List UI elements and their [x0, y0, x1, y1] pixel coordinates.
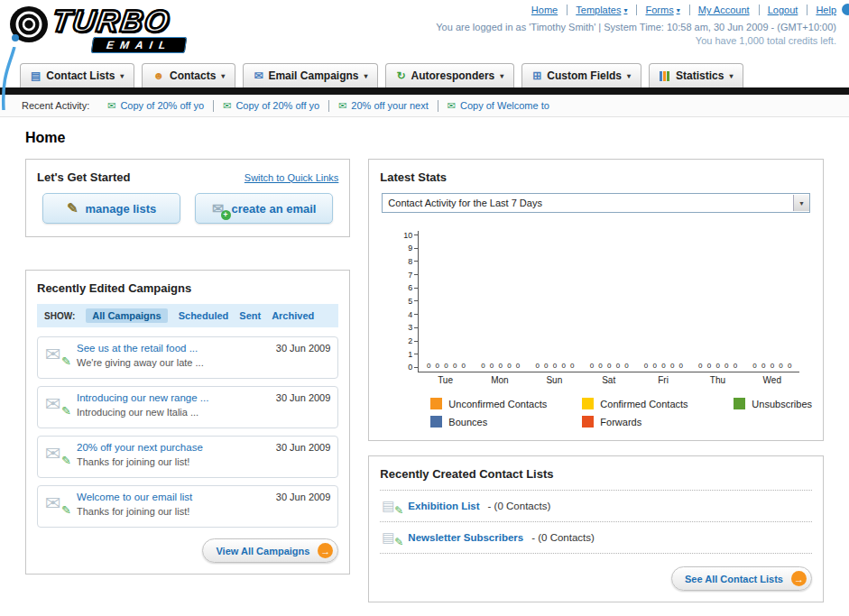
recent-activity-item[interactable]: ✉ Copy of 20% off yo: [98, 100, 214, 112]
app-window: TURBO EMAIL Home Templates▾ Forms▾ My Ac…: [0, 0, 849, 616]
header-link-label: Forms: [645, 5, 673, 15]
recent-activity-item-label: 20% off your next: [351, 100, 428, 111]
header-link-templates[interactable]: Templates▾: [567, 5, 627, 15]
caret-down-icon: ▾: [364, 72, 367, 80]
corner-dot-decoration: [842, 4, 849, 15]
show-label: SHOW:: [44, 311, 75, 321]
recent-contact-lists-panel: Recently Created Contact Lists ▤✎ Exhibi…: [368, 455, 824, 602]
bar-value-labels: 0 0 0 0 0: [582, 362, 636, 370]
create-email-button[interactable]: ✉+ create an email: [195, 193, 333, 224]
y-axis-tick: 4: [403, 310, 418, 318]
legend-label: Bounces: [448, 417, 487, 428]
recent-activity-item-label: Copy of Welcome to: [460, 100, 549, 111]
contact-lists-panel-title: Recently Created Contact Lists: [380, 467, 812, 481]
list-card-icon: ▤: [382, 529, 394, 545]
pencil-icon: ✎: [61, 454, 71, 467]
header-link-home[interactable]: Home: [531, 5, 558, 15]
main-navigation: ▤ Contact Lists ▾ ☻ Contacts ▾ ✉ Email C…: [0, 60, 849, 87]
chart-value-labels: 0 0 0 0 00 0 0 0 00 0 0 0 00 0 0 0 00 0 …: [419, 362, 799, 370]
bar-value-labels: 0 0 0 0 0: [636, 362, 690, 370]
header-link-logout[interactable]: Logout: [759, 5, 798, 15]
header-links: Home Templates▾ Forms▾ My Account Logout…: [436, 5, 836, 15]
recent-activity-item[interactable]: ✉ 20% off your next: [329, 100, 438, 112]
caret-down-icon: ▾: [677, 6, 680, 14]
campaign-subtitle: Introducing our new Italia ...: [77, 407, 268, 418]
filter-scheduled[interactable]: Scheduled: [179, 310, 229, 321]
header-link-forms[interactable]: Forms▾: [636, 5, 679, 15]
stats-period-value: Contact Activity for the Last 7 Days: [388, 198, 542, 208]
header-link-label: My Account: [698, 5, 750, 15]
envelope-icon: ✉: [223, 100, 231, 112]
chart-y-axis: 109876543210: [403, 231, 418, 372]
email-campaigns-icon: ✉: [254, 70, 263, 81]
nav-tab-custom-fields[interactable]: ⊞ Custom Fields ▾: [521, 63, 641, 87]
nav-tab-contact-lists[interactable]: ▤ Contact Lists ▾: [20, 63, 134, 87]
recent-activity-item[interactable]: ✉ Copy of Welcome to: [438, 100, 558, 112]
nav-tab-statistics[interactable]: Statistics ▾: [649, 63, 743, 87]
view-all-campaigns-label: View All Campaigns: [216, 546, 309, 556]
nav-tab-label: Contacts: [170, 69, 216, 82]
filter-all-campaigns[interactable]: All Campaigns: [86, 308, 167, 323]
header-right: Home Templates▾ Forms▾ My Account Logout…: [436, 5, 836, 46]
contacts-icon: ☻: [152, 70, 164, 81]
envelope-plus-icon: ✉+: [212, 200, 224, 217]
contact-lists: ▤✎ Exhibition List - (0 Contacts) ▤✎ New…: [380, 490, 812, 554]
arrow-right-icon: →: [791, 571, 807, 586]
campaign-filter-bar: SHOW: All Campaigns Scheduled Sent Archi…: [37, 304, 338, 327]
header-link-help[interactable]: Help: [807, 5, 836, 15]
y-axis-tick: 10: [403, 231, 418, 239]
campaign-subtitle: Thanks for joining our list!: [77, 456, 268, 467]
legend-item: Confirmed Contacts: [582, 398, 734, 409]
legend-item: Bounces: [430, 416, 582, 428]
turbo-email-logo: TURBO EMAIL: [9, 5, 186, 53]
campaign-row: ✉✎ 20% off your next purchase Thanks for…: [37, 436, 338, 478]
contact-list-name-link[interactable]: Exhibition List: [408, 501, 479, 511]
caret-down-icon: ▾: [221, 72, 225, 80]
select-arrow-icon: ▼: [793, 195, 809, 211]
nav-tab-autoresponders[interactable]: ↻ Autoresponders ▾: [385, 63, 514, 87]
campaign-title-link[interactable]: See us at the retail food ...: [77, 343, 268, 354]
header-link-my-account[interactable]: My Account: [689, 5, 750, 15]
envelope-icon: ✉: [45, 443, 61, 464]
switch-to-quick-links[interactable]: Switch to Quick Links: [245, 172, 339, 183]
autoresponders-icon: ↻: [396, 70, 405, 81]
bar-value-labels: 0 0 0 0 0: [474, 362, 528, 370]
campaign-title-link[interactable]: Welcome to our email list: [77, 492, 268, 502]
right-column: Latest Stats Contact Activity for the La…: [368, 159, 824, 602]
y-axis-tick: 0: [403, 363, 418, 372]
y-axis-tick: 8: [403, 257, 418, 265]
campaign-title-link[interactable]: Introducing our new range ...: [77, 392, 268, 403]
logo-text-turbo: TURBO: [51, 5, 189, 36]
pencil-icon: ✎: [67, 200, 78, 216]
y-axis-tick: 6: [403, 284, 418, 292]
view-all-campaigns-button[interactable]: View All Campaigns →: [202, 538, 338, 563]
x-axis-label: Thu: [690, 375, 744, 385]
y-axis-tick: 3: [403, 324, 418, 332]
filter-sent[interactable]: Sent: [239, 310, 261, 321]
campaign-row: ✉✎ Introducing our new range ... Introdu…: [37, 386, 338, 428]
nav-tab-email-campaigns[interactable]: ✉ Email Campaigns ▾: [243, 63, 378, 87]
legend-label: Forwards: [600, 417, 641, 428]
filter-archived[interactable]: Archived: [272, 310, 314, 321]
contact-list-name-link[interactable]: Newsletter Subscribers: [408, 532, 523, 543]
create-email-label: create an email: [232, 202, 317, 216]
envelope-icon: ✉: [338, 100, 346, 112]
nav-tab-contacts[interactable]: ☻ Contacts ▾: [142, 63, 235, 87]
nav-tab-label: Statistics: [676, 69, 724, 82]
legend-swatch: [582, 398, 594, 409]
nav-tab-label: Contact Lists: [46, 69, 115, 82]
x-axis-label: Sat: [582, 375, 636, 385]
pencil-icon: ✎: [61, 404, 71, 418]
logo-cable-decoration: [0, 47, 22, 112]
x-axis-label: Sun: [527, 375, 581, 385]
see-all-contact-lists-button[interactable]: See All Contact Lists →: [671, 566, 812, 591]
manage-lists-button[interactable]: ✎ manage lists: [42, 193, 180, 224]
envelope-icon: ✉: [45, 393, 61, 414]
stats-period-select[interactable]: Contact Activity for the Last 7 Days ▼: [382, 193, 810, 213]
recent-activity-item[interactable]: ✉ Copy of 20% off yo: [214, 100, 329, 112]
list-card-icon: ▤: [382, 498, 394, 513]
pencil-icon: ✎: [61, 354, 71, 368]
chart-legend: Unconfirmed ContactsConfirmed ContactsUn…: [430, 398, 812, 428]
header-link-label: Help: [816, 5, 836, 15]
campaign-title-link[interactable]: 20% off your next purchase: [77, 442, 268, 453]
